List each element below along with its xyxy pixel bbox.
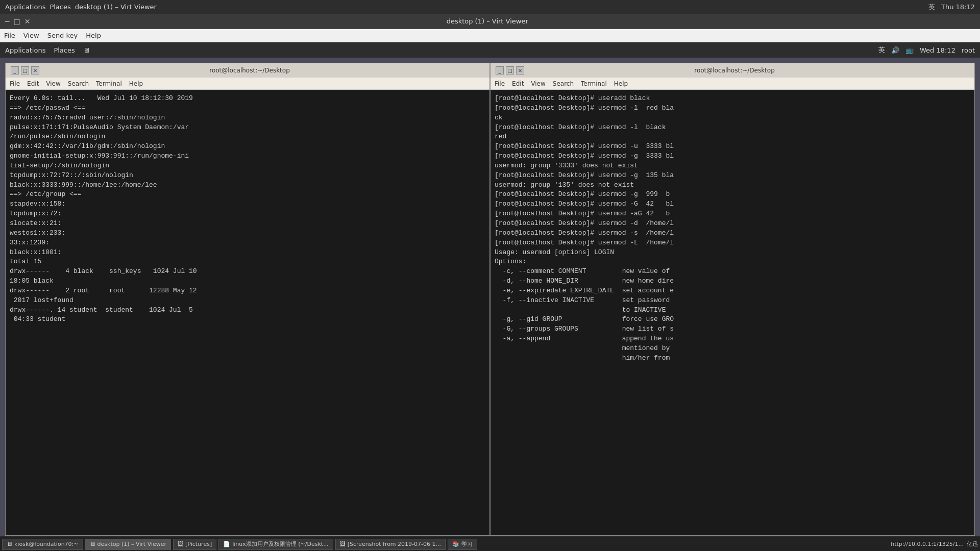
virt-close-button[interactable]: ✕ <box>24 17 31 26</box>
term-right-terminal[interactable]: Terminal <box>581 80 607 87</box>
outer-task-pictures[interactable]: 🖼 [Pictures] <box>173 539 216 550</box>
virt-minimize-button[interactable]: ─ <box>5 17 9 26</box>
system-places-menu[interactable]: Places <box>50 3 70 11</box>
term-left-search[interactable]: Search <box>68 80 89 87</box>
outer-task-kiosk-icon: 🖥 <box>7 541 12 547</box>
outer-extra-icon[interactable]: 亿迅 <box>967 540 978 548</box>
virt-maximize-button[interactable]: □ <box>13 17 20 26</box>
inner-desktop: Applications Places 🖥 英 🔊 📺 Wed 18:12 ro… <box>0 42 980 551</box>
system-virt-viewer-label[interactable]: desktop (1) – Virt Viewer <box>75 3 157 11</box>
term-right-file[interactable]: File <box>495 80 505 87</box>
virt-menu-file[interactable]: File <box>4 32 15 39</box>
virt-title: desktop (1) – Virt Viewer <box>30 17 944 25</box>
outer-task-virt-icon: 🖥 <box>90 541 95 547</box>
outer-task-pictures-icon: 🖼 <box>178 541 183 547</box>
system-lang: 英 <box>928 3 935 12</box>
term-left-help[interactable]: Help <box>129 80 143 87</box>
virt-menu-send-key[interactable]: Send key <box>47 32 78 39</box>
terminal-right: _ □ ✕ root@localhost:~/Desktop File Edit… <box>490 63 975 536</box>
outer-task-kiosk[interactable]: 🖥 kiosk@foundation70:~ <box>2 539 83 550</box>
term-left-file[interactable]: File <box>10 80 20 87</box>
inner-apps-menu[interactable]: Applications <box>5 46 45 54</box>
inner-screen-icon[interactable]: 📺 <box>905 46 914 54</box>
term-left-minimize[interactable]: _ <box>11 66 19 74</box>
outer-task-virt-label: desktop (1) – Virt Viewer <box>97 541 167 547</box>
term-right-search[interactable]: Search <box>553 80 574 87</box>
virt-menu-bar: File View Send key Help <box>0 29 980 42</box>
term-right-maximize[interactable]: □ <box>506 66 514 74</box>
term-right-edit[interactable]: Edit <box>512 80 524 87</box>
inner-volume-icon[interactable]: 🔊 <box>891 46 899 54</box>
inner-terminal-menu[interactable]: 🖥 <box>83 46 92 54</box>
terminals-area: _ □ ✕ root@localhost:~/Desktop File Edit… <box>0 58 980 536</box>
outer-task-screenshot-label: [Screenshot from 2019-07-06 1... <box>348 541 441 547</box>
terminal-left-menu: File Edit View Search Terminal Help <box>6 78 489 90</box>
system-top-bar: Applications Places desktop (1) – Virt V… <box>0 0 980 14</box>
virt-menu-help[interactable]: Help <box>86 32 101 39</box>
virt-viewer-window: ─ □ ✕ desktop (1) – Virt Viewer File Vie… <box>0 14 980 551</box>
outer-link[interactable]: http://10.0.0.1:1/1325/1... <box>891 541 964 547</box>
outer-task-screenshot[interactable]: 🖼 [Screenshot from 2019-07-06 1... <box>335 539 446 550</box>
term-left-edit[interactable]: Edit <box>27 80 39 87</box>
inner-lang: 英 <box>878 45 885 55</box>
system-time: Thu 18:12 <box>941 3 975 11</box>
term-right-minimize[interactable]: _ <box>496 66 504 74</box>
outer-task-virt[interactable]: 🖥 desktop (1) – Virt Viewer <box>85 539 172 550</box>
outer-task-linux-icon: 📄 <box>223 541 230 547</box>
outer-task-kiosk-label: kiosk@foundation70:~ <box>14 541 79 547</box>
outer-task-linux-label: linux添加用户及权限管理 (~/Deskt... <box>232 540 328 548</box>
term-right-close[interactable]: ✕ <box>516 66 524 74</box>
outer-task-study[interactable]: 📚 学习 <box>448 539 477 550</box>
system-apps-menu[interactable]: Applications <box>5 3 45 11</box>
terminal-right-menu: File Edit View Search Terminal Help <box>491 78 974 90</box>
terminal-left-title: root@localhost:~/Desktop <box>39 67 460 74</box>
term-left-view[interactable]: View <box>46 80 60 87</box>
term-left-terminal[interactable]: Terminal <box>96 80 122 87</box>
outer-task-screenshot-icon: 🖼 <box>340 541 346 547</box>
term-right-help[interactable]: Help <box>614 80 628 87</box>
virt-menu-view[interactable]: View <box>23 32 39 39</box>
outer-taskbar: 🖥 kiosk@foundation70:~ 🖥 desktop (1) – V… <box>0 537 980 551</box>
inner-time: Wed 18:12 <box>920 46 955 54</box>
inner-top-bar: Applications Places 🖥 英 🔊 📺 Wed 18:12 ro… <box>0 42 980 58</box>
outer-task-study-icon: 📚 <box>452 541 459 547</box>
term-left-maximize[interactable]: □ <box>21 66 29 74</box>
inner-places-menu[interactable]: Places <box>54 46 75 54</box>
terminal-right-title-bar: _ □ ✕ root@localhost:~/Desktop <box>491 63 974 78</box>
term-left-close[interactable]: ✕ <box>31 66 39 74</box>
outer-task-pictures-label: [Pictures] <box>185 541 212 547</box>
terminal-left: _ □ ✕ root@localhost:~/Desktop File Edit… <box>5 63 490 536</box>
term-right-view[interactable]: View <box>531 80 545 87</box>
terminal-left-content[interactable]: Every 6.0s: tail... Wed Jul 10 18:12:30 … <box>6 90 489 535</box>
outer-task-linux[interactable]: 📄 linux添加用户及权限管理 (~/Deskt... <box>218 539 333 550</box>
inner-user: root <box>962 46 975 54</box>
virt-title-bar: ─ □ ✕ desktop (1) – Virt Viewer <box>0 14 980 29</box>
outer-task-study-label: 学习 <box>461 540 473 548</box>
terminal-right-content[interactable]: [root@localhost Desktop]# useradd black[… <box>491 90 974 535</box>
terminal-right-title: root@localhost:~/Desktop <box>524 67 945 74</box>
terminal-left-title-bar: _ □ ✕ root@localhost:~/Desktop <box>6 63 489 78</box>
